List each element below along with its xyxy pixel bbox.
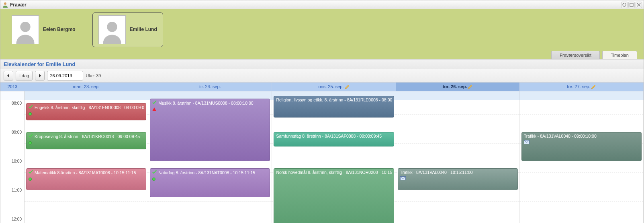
hour-label: 11:00 [12,188,22,192]
hour-label: 12:00 [12,217,22,221]
calendar-event[interactable]: Musikk 8. årstrinn - 8A/131MUS0008 - 08:… [150,99,270,161]
calendar: 2013 man. 23. sep.tir. 24. sep.ons. 25. … [0,83,644,223]
event-title: Musikk 8. årstrinn - 8A/131MUS0008 - 08:… [158,101,253,105]
check-icon [29,170,33,175]
svg-point-2 [20,22,30,32]
titlebar: Fravær [0,0,644,9]
student-card[interactable]: Eelen Bergmo [6,12,81,47]
pencil-icon [345,85,350,89]
svg-rect-1 [630,3,633,6]
day-column[interactable]: Religion, livssyn og etikk, 8. årstrinn … [272,100,396,223]
tab-timeplan[interactable]: Timeplan [602,51,637,59]
svg-point-0 [4,2,6,5]
close-button[interactable] [636,2,642,8]
window: Fravær Eelen Bergmo Emilie Lund [0,0,644,223]
event-title: Naturfag 8. årstrinn - 8A/131NAT0008 - 1… [158,170,255,175]
calendar-event[interactable]: Samfunnsfag 8. årstrinn - 8A/131SAF0008 … [274,132,394,147]
check-icon [152,100,157,105]
refresh-button[interactable] [621,2,628,8]
calendar-event[interactable]: Norsk hovedmål 8. årstrinn, skriftlig - … [274,168,394,223]
prev-button[interactable] [4,71,13,81]
date-input[interactable] [47,71,83,81]
student-panel: Eelen Bergmo Emilie Lund Fraværsoversikt… [0,9,644,59]
day-column[interactable]: Trafikk - 8A/131VAL0040 - 10:15:11:00 [396,100,520,223]
allday-cell[interactable] [396,91,520,100]
day-header-row: 2013 man. 23. sep.tir. 24. sep.ons. 25. … [0,83,644,91]
warning-icon [152,107,156,111]
mail-icon [524,140,530,145]
event-title: Matematikk 8.årsrtinn - 8A/131MAT0008 - … [35,170,136,175]
app-icon [2,2,8,8]
status-dot-icon [29,141,32,145]
status-dot-icon [29,112,32,116]
day-header[interactable]: ons. 25. sep. [272,83,396,91]
check-icon [29,134,33,139]
event-title: Norsk hovedmål 8. årstrinn, skriftlig - … [276,170,391,175]
event-title: Engelsk 8. årstrinn, skriftlig - 8A/131E… [35,105,144,110]
section-title: Elevkalender for Emilie Lund [0,59,644,69]
pencil-icon [468,85,472,89]
week-label: Uke: 39 [86,73,101,78]
student-card-selected[interactable]: Emilie Lund [92,12,163,47]
year-cell: 2013 [0,83,25,91]
check-icon [152,170,157,175]
hour-label: 10:00 [12,159,22,163]
student-name: Eelen Bergmo [43,27,76,33]
event-title: Religion, livssyn og etikk, 8. årstrinn … [276,97,391,102]
calendar-event[interactable]: Religion, livssyn og etikk, 8. årstrinn … [274,96,394,118]
student-name: Emilie Lund [130,27,157,33]
calendar-event[interactable]: Naturfag 8. årstrinn - 8A/131NAT0008 - 1… [150,168,270,197]
tabs: Fraværsoversikt Timeplan [550,51,637,59]
day-column[interactable]: Engelsk 8. årstrinn, skriftlig - 8A/131E… [25,100,148,223]
calendar-event[interactable]: Kroppsøving 8. årstrinn - 8A/131KRO0018 … [26,132,146,149]
event-title: Trafikk - 8A/131VAL0040 - 10:15:11:00 [400,170,473,175]
check-icon [29,105,33,110]
calendar-grid: 08:0009:0010:0011:0012:00 Engelsk 8. års… [0,100,644,223]
allday-cell[interactable] [25,91,148,100]
calendar-event[interactable]: Trafikk - 8A/131VAL0040 - 10:15:11:00 [398,168,518,190]
hour-label: 08:00 [12,101,22,105]
today-button[interactable]: I dag [16,71,33,81]
avatar [12,15,39,44]
time-gutter: 08:0009:0010:0011:0012:00 [0,100,25,223]
avatar [98,15,126,44]
tab-overview[interactable]: Fraværsoversikt [551,51,600,59]
maximize-button[interactable] [628,2,635,8]
event-title: Samfunnsfag 8. årstrinn - 8A/131SAF0008 … [276,134,382,138]
status-dot-icon [152,178,155,181]
day-header[interactable]: fre. 27. sep. [520,83,644,91]
calendar-event[interactable]: Trafikk - 8A/131VAL0040 - 09:00:10:00 [521,132,642,161]
day-header[interactable]: tor. 26. sep. [396,83,520,91]
svg-point-3 [107,22,117,32]
day-column[interactable]: Musikk 8. årstrinn - 8A/131MUS0008 - 08:… [148,100,272,223]
window-title: Fravær [10,2,27,8]
status-dot-icon [29,178,32,181]
nav-bar: I dag Uke: 39 [0,69,644,83]
calendar-event[interactable]: Engelsk 8. årstrinn, skriftlig - 8A/131E… [26,103,146,120]
event-title: Kroppsøving 8. årstrinn - 8A/131KRO0018 … [35,134,140,139]
event-title: Trafikk - 8A/131VAL0040 - 09:00:10:00 [524,134,597,138]
hour-label: 09:00 [12,130,22,134]
calendar-event[interactable]: Matematikk 8.årsrtinn - 8A/131MAT0008 - … [26,168,146,190]
day-header[interactable]: man. 23. sep. [25,83,148,91]
allday-cell[interactable] [520,91,644,100]
pencil-icon [591,85,596,89]
mail-icon [400,176,406,181]
next-button[interactable] [35,71,45,81]
day-column[interactable]: Trafikk - 8A/131VAL0040 - 09:00:10:00 [520,100,644,223]
day-header[interactable]: tir. 24. sep. [148,83,272,91]
